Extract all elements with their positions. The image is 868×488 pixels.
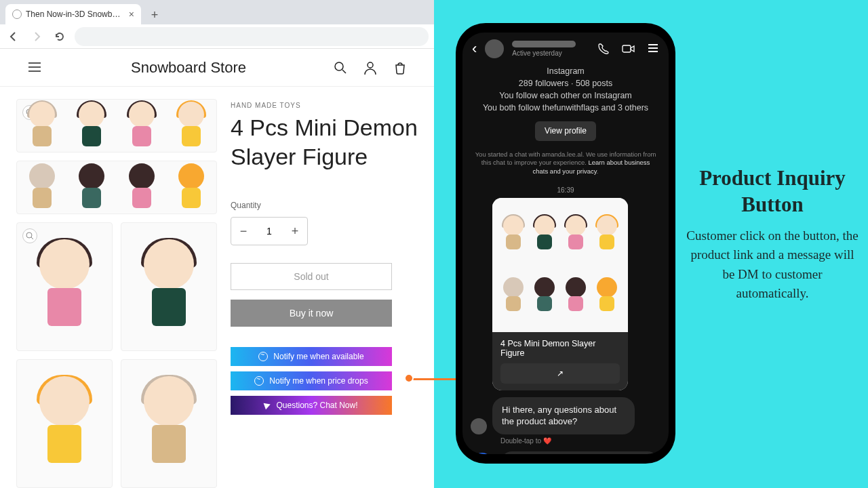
view-profile-button[interactable]: View profile — [535, 121, 596, 141]
vendor-label: HAND MADE TOYS — [231, 102, 423, 109]
message-input[interactable]: Message... — [500, 451, 659, 454]
browser-nav — [0, 24, 434, 49]
browser-tab[interactable]: Then Now-in-3D Snowboard – × — [5, 4, 141, 24]
follow-info: You both follow thefunwithflags and 3 ot… — [476, 102, 655, 114]
avatar[interactable] — [485, 39, 504, 58]
svg-point-3 — [26, 232, 32, 238]
button-label: Notify me when available — [273, 352, 363, 361]
svg-rect-4 — [623, 45, 631, 52]
message-input-bar: Message... — [462, 445, 669, 454]
quantity-label: Quantity — [231, 201, 423, 210]
back-button[interactable] — [5, 28, 22, 45]
card-link-button[interactable]: ↗ — [500, 363, 620, 384]
product-gallery — [16, 99, 217, 488]
store-header: Snowboard Store — [0, 49, 434, 87]
status-text: Active yesterday — [512, 49, 589, 57]
callout: Product Inquiry Button Customer click on… — [685, 165, 860, 304]
product-info: HAND MADE TOYS 4 Pcs Mini Demon Slayer F… — [231, 99, 423, 488]
chat-header: ‹ Active yesterday — [462, 33, 669, 62]
tab-title: Then Now-in-3D Snowboard – — [26, 9, 125, 19]
quantity-decrease[interactable]: − — [231, 218, 256, 245]
reload-button[interactable] — [52, 28, 68, 45]
send-icon — [264, 401, 272, 409]
camera-icon[interactable] — [472, 453, 492, 454]
svg-point-1 — [368, 62, 373, 68]
contact-name — [512, 41, 576, 47]
notify-price-button[interactable]: Notify me when price drops — [231, 371, 392, 390]
chat-message: Hi there, any questions about the produc… — [492, 397, 635, 434]
notify-available-button[interactable]: Notify me when available — [231, 347, 392, 366]
double-tap-hint: Double-tap to ❤️ — [500, 437, 659, 445]
call-icon[interactable] — [597, 42, 610, 56]
promo-panel: ‹ Active yesterday Instagram 289 f — [434, 0, 868, 488]
quantity-value: 1 — [256, 226, 283, 237]
gallery-image[interactable] — [16, 359, 113, 488]
back-icon[interactable]: ‹ — [472, 40, 477, 58]
cart-icon[interactable] — [393, 61, 407, 75]
messenger-icon — [258, 352, 268, 361]
quantity-stepper: − 1 + — [231, 217, 308, 245]
phone-mockup: ‹ Active yesterday Instagram 289 f — [456, 23, 675, 464]
gallery-image[interactable] — [16, 222, 113, 351]
menu-icon[interactable] — [647, 42, 659, 56]
timestamp: 16:39 — [462, 186, 669, 194]
button-label: Questions? Chat Now! — [276, 401, 357, 410]
followers-text: 289 followers · 508 posts — [476, 77, 655, 89]
avatar — [471, 418, 487, 434]
button-label: Notify me when price drops — [269, 376, 368, 386]
search-icon[interactable] — [334, 61, 347, 75]
account-icon[interactable] — [363, 61, 377, 75]
disclaimer: You started a chat with amanda.lee.al. W… — [462, 144, 669, 182]
menu-icon[interactable] — [27, 60, 43, 76]
url-bar[interactable] — [75, 27, 429, 46]
messenger-icon — [254, 376, 264, 386]
profile-info: Instagram 289 followers · 508 posts You … — [462, 62, 669, 144]
close-icon[interactable]: × — [129, 9, 134, 20]
browser-window: Then Now-in-3D Snowboard – × + Sno — [0, 0, 434, 488]
globe-icon — [12, 9, 22, 19]
card-title: 4 Pcs Mini Demon Slayer Figure — [500, 339, 620, 358]
product-title: 4 Pcs Mini Demon Slayer Figure — [231, 113, 423, 171]
gallery-image[interactable] — [16, 99, 217, 152]
sold-out-button: Sold out — [231, 263, 392, 290]
new-tab-button[interactable]: + — [145, 5, 164, 24]
gallery-image[interactable] — [16, 161, 217, 214]
gallery-image[interactable] — [121, 222, 217, 351]
chat-now-button[interactable]: Questions? Chat Now! — [231, 396, 392, 415]
svg-point-0 — [335, 62, 343, 70]
page-content: Snowboard Store — [0, 49, 434, 488]
forward-button[interactable] — [28, 28, 45, 45]
video-icon[interactable] — [621, 42, 636, 56]
tab-bar: Then Now-in-3D Snowboard – × + — [0, 0, 434, 24]
store-name: Snowboard Store — [131, 59, 246, 77]
callout-title: Product Inquiry Button — [685, 165, 860, 218]
buy-now-button[interactable]: Buy it now — [231, 300, 392, 327]
follow-info: You follow each other on Instagram — [476, 89, 655, 102]
callout-description: Customer click on the button, the produc… — [685, 226, 860, 304]
platform-label: Instagram — [476, 65, 655, 77]
gallery-image[interactable] — [121, 359, 217, 488]
quantity-increase[interactable]: + — [283, 218, 307, 245]
product-card[interactable]: 4 Pcs Mini Demon Slayer Figure ↗ — [492, 198, 628, 390]
card-image — [492, 198, 628, 332]
